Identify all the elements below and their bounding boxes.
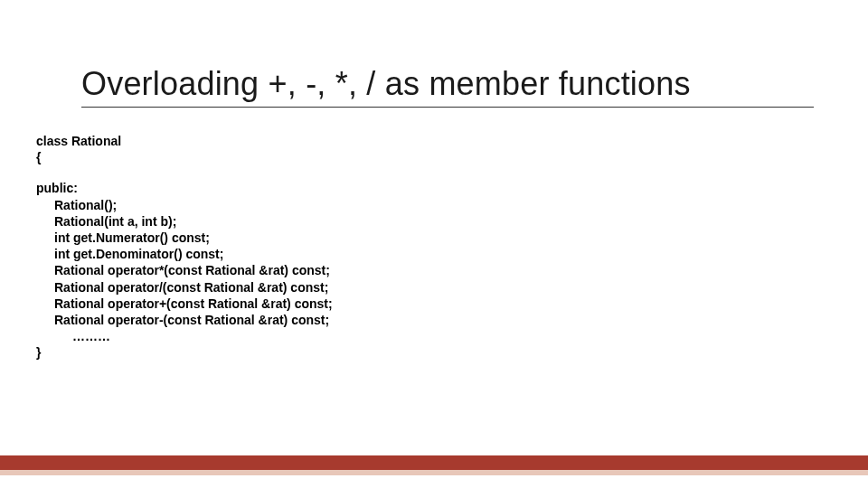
title-underline bbox=[81, 107, 814, 108]
code-spacer bbox=[36, 165, 868, 180]
code-line: Rational operator+(const Rational &rat) … bbox=[36, 296, 868, 312]
footer-dark-stripe bbox=[0, 455, 868, 470]
code-line: } bbox=[36, 344, 868, 361]
footer-light-stripe bbox=[0, 470, 868, 475]
code-line: Rational operator/(const Rational &rat) … bbox=[36, 279, 868, 296]
slide-title: Overloading +, -, *, / as member functio… bbox=[81, 65, 868, 103]
code-line: ……… bbox=[36, 328, 868, 344]
code-block: class Rational { public: Rational(); Rat… bbox=[36, 133, 868, 361]
code-line: class Rational bbox=[36, 133, 868, 149]
code-line: Rational(int a, int b); bbox=[36, 213, 868, 230]
code-line: Rational(); bbox=[36, 197, 868, 213]
code-line: int get.Denominator() const; bbox=[36, 246, 868, 262]
code-line: { bbox=[36, 149, 868, 165]
code-line: Rational operator-(const Rational &rat) … bbox=[36, 312, 868, 328]
code-line: public: bbox=[36, 180, 868, 196]
code-line: Rational operator*(const Rational &rat) … bbox=[36, 262, 868, 278]
code-line: int get.Numerator() const; bbox=[36, 230, 868, 246]
footer-band bbox=[0, 455, 868, 475]
